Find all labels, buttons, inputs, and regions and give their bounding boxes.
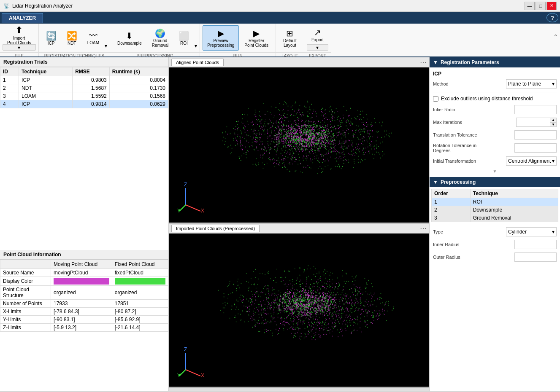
imported-tab[interactable]: Imported Point Clouds (Preprocessed) bbox=[171, 225, 260, 232]
preview-label: PreviewPreprocessing bbox=[207, 38, 234, 48]
roi-button[interactable]: ⬜ ROI bbox=[174, 25, 194, 51]
exclude-outliers-label: Exclude outliers using distance threshol… bbox=[441, 96, 533, 102]
registration-trials-table-container: ID Technique RMSE Runtime (s) 1 ICP 0.98… bbox=[0, 67, 168, 108]
fixed-color-swatch bbox=[115, 278, 165, 285]
list-item: Display Color bbox=[0, 277, 168, 285]
icp-button[interactable]: 🔄 ICP bbox=[41, 25, 61, 51]
reg-params-collapse-icon[interactable]: ▼ bbox=[433, 59, 438, 65]
roi-icon: ⬜ bbox=[179, 31, 189, 41]
pc-row-label: Y-Limits bbox=[0, 315, 51, 323]
file-group-label: FILE bbox=[0, 52, 38, 59]
bottom-axes-indicator: Z Y X bbox=[177, 344, 211, 378]
method-dropdown[interactable]: Plane to Plane ▾ bbox=[506, 79, 557, 89]
reg-tech-group-label: REGISTRATION TECHNIQUES bbox=[39, 52, 110, 59]
outer-radius-input[interactable]: 75 bbox=[514, 252, 557, 262]
preview-icon: ▶ bbox=[218, 28, 224, 38]
table-row[interactable]: 4 ICP 0.9814 0.0629 bbox=[0, 100, 168, 108]
aligned-tab[interactable]: Aligned Point Clouds bbox=[171, 59, 224, 66]
roi-label: ROI bbox=[180, 41, 188, 46]
downsample-icon: ⬇ bbox=[126, 31, 133, 41]
pc-row-label: X-Limits bbox=[0, 307, 51, 315]
type-dropdown[interactable]: Cylinder ▾ bbox=[506, 227, 557, 236]
bottom-view-panel: Imported Point Clouds (Preprocessed) ⋯ Z… bbox=[169, 223, 429, 387]
top-view-menu[interactable]: ⋯ bbox=[420, 58, 427, 66]
pc-row-moving: organized bbox=[51, 285, 112, 299]
inlier-ratio-input[interactable]: 1 bbox=[514, 105, 557, 114]
pc-row-fixed: [-80 87.2] bbox=[112, 307, 168, 315]
table-row[interactable]: 1 ICP 0.9803 0.8004 bbox=[0, 76, 168, 84]
reg-tech-more-button[interactable]: ▾ bbox=[105, 25, 107, 51]
import-main-button[interactable]: ⬆ ImportPoint Clouds bbox=[3, 25, 36, 44]
exclude-outliers-checkbox[interactable] bbox=[433, 96, 438, 102]
col-runtime: Runtime (s) bbox=[109, 67, 168, 76]
tab-analyzer[interactable]: ANALYZER bbox=[2, 13, 43, 23]
table-row[interactable]: 2 Downsample bbox=[432, 206, 558, 214]
ribbon-collapse-icon[interactable]: ⌃ bbox=[553, 33, 558, 40]
default-layout-button[interactable]: ⊞ DefaultLayout bbox=[279, 25, 301, 51]
inlier-ratio-label: Inlier Ratio bbox=[433, 107, 513, 112]
preprocessing-collapse-icon[interactable]: ▼ bbox=[433, 179, 438, 185]
ribbon-group-export-inner: ↗ Export ▾ bbox=[304, 24, 331, 52]
register-icon: ▶ bbox=[253, 28, 260, 38]
layout-label: DefaultLayout bbox=[283, 38, 297, 48]
cell-id: 2 bbox=[0, 84, 19, 92]
ndt-button[interactable]: 🔀 NDT bbox=[62, 25, 82, 51]
loam-button[interactable]: 〰 LOAM bbox=[83, 25, 104, 51]
bottom-view-header: Imported Point Clouds (Preprocessed) ⋯ bbox=[169, 223, 429, 234]
ribbon-group-file: ⬆ ImportPoint Clouds ▾ FILE bbox=[0, 24, 38, 56]
pc-row-label: Point Cloud Structure bbox=[0, 285, 51, 299]
main-layout: Registration Trials ID Technique RMSE Ru… bbox=[0, 57, 560, 391]
export-arrow-button[interactable]: ▾ bbox=[307, 44, 328, 51]
moving-color-swatch bbox=[54, 278, 109, 285]
preproc-more-button[interactable]: ▾ bbox=[195, 25, 197, 51]
rotation-tolerance-input[interactable]: 0.5 bbox=[514, 143, 557, 153]
max-iterations-up[interactable]: ▲ bbox=[550, 118, 557, 122]
inner-radius-row: Inner Radius 5 bbox=[433, 240, 557, 249]
z-axis-label: Z bbox=[184, 182, 187, 188]
reg-params-header: ▼ Registration Parameters bbox=[430, 57, 560, 67]
max-iterations-down[interactable]: ▼ bbox=[550, 122, 557, 127]
close-button[interactable]: ✕ bbox=[546, 2, 557, 10]
table-row[interactable]: 2 NDT 1.5687 0.1730 bbox=[0, 84, 168, 92]
minimize-button[interactable]: — bbox=[525, 2, 535, 10]
table-row[interactable]: 1 ROI bbox=[432, 198, 558, 206]
table-row[interactable]: 3 LOAM 1.5592 0.1568 bbox=[0, 92, 168, 100]
ground-removal-button[interactable]: 🌍 GroundRemoval bbox=[147, 25, 173, 51]
import-arrow-button[interactable]: ▾ bbox=[3, 44, 36, 51]
reg-params-section: ▼ Registration Parameters ICP Method Pla… bbox=[430, 57, 560, 177]
list-item: Source Name movingPtCloud fixedPtCloud bbox=[0, 268, 168, 277]
cell-id: 3 bbox=[0, 92, 19, 100]
bottom-view-menu[interactable]: ⋯ bbox=[420, 224, 427, 232]
initial-transform-dropdown[interactable]: Centroid Alignment ▾ bbox=[506, 156, 557, 166]
title-bar-controls: — □ ✕ bbox=[525, 2, 557, 10]
col-rmse: RMSE bbox=[73, 67, 110, 76]
pc-row-fixed: organized bbox=[112, 285, 168, 299]
outer-radius-label: Outer Radius bbox=[433, 255, 513, 260]
table-row[interactable]: 3 Ground Removal bbox=[432, 214, 558, 222]
list-item: Number of Points 17933 17851 bbox=[0, 299, 168, 307]
preproc-order: 3 bbox=[432, 214, 471, 222]
pc-row-fixed: [-85.6 92.9] bbox=[112, 315, 168, 323]
loam-label: LOAM bbox=[87, 40, 99, 45]
inner-radius-input[interactable]: 5 bbox=[514, 240, 557, 249]
cell-technique: ICP bbox=[19, 76, 73, 84]
max-iterations-input[interactable]: 30 bbox=[516, 118, 550, 127]
cell-rmse: 1.5592 bbox=[73, 92, 110, 100]
center-scrollbar[interactable] bbox=[169, 387, 429, 391]
y-axis-label: Y bbox=[177, 208, 181, 213]
translation-tolerance-label: Translation Tolerance bbox=[433, 132, 513, 137]
preview-preprocessing-button[interactable]: ▶ PreviewPreprocessing bbox=[203, 25, 239, 51]
register-point-clouds-button[interactable]: ▶ RegisterPoint Clouds bbox=[240, 25, 273, 51]
inner-radius-label: Inner Radius bbox=[433, 242, 513, 247]
export-main-button[interactable]: ↗ Export bbox=[307, 25, 328, 44]
downsample-button[interactable]: ⬇ Downsample bbox=[113, 25, 146, 51]
right-panel: ▼ Registration Parameters ICP Method Pla… bbox=[429, 57, 560, 391]
point-cloud-info-table: Moving Point Cloud Fixed Point Cloud Sou… bbox=[0, 260, 168, 332]
downsample-label: Downsample bbox=[117, 41, 142, 46]
cell-rmse: 0.9803 bbox=[73, 76, 110, 84]
translation-tolerance-input[interactable]: 0.01 bbox=[514, 130, 557, 140]
maximize-button[interactable]: □ bbox=[536, 2, 546, 10]
help-button[interactable]: ? bbox=[546, 13, 558, 22]
pc-row-fixed bbox=[112, 277, 168, 285]
point-cloud-info-section: Point Cloud Information Moving Point Clo… bbox=[0, 250, 168, 392]
